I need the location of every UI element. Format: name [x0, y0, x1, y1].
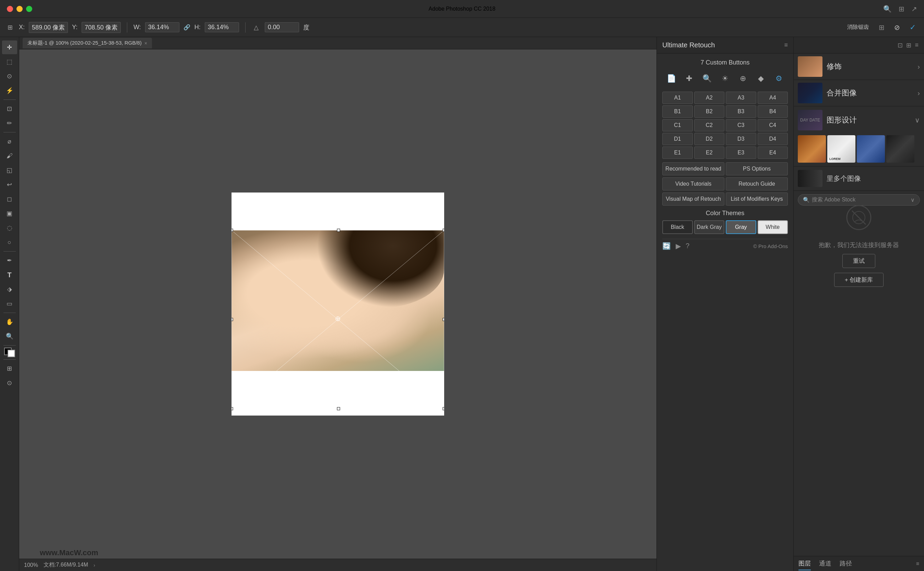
quick-mask-btn[interactable]: ⊙: [2, 376, 17, 390]
rp-grid-icon[interactable]: ⊞: [906, 42, 911, 49]
maximize-button[interactable]: [26, 6, 32, 12]
grid-btn-D2[interactable]: D2: [694, 133, 725, 145]
grid-btn-B4[interactable]: B4: [758, 105, 788, 118]
sun-icon-btn[interactable]: ☀: [716, 71, 734, 86]
dodge-tool[interactable]: ○: [2, 235, 17, 249]
blur-tool[interactable]: ◌: [2, 221, 17, 235]
clone-stamp-tool[interactable]: ◱: [2, 164, 17, 177]
grid-btn-E3[interactable]: E3: [726, 147, 756, 159]
grid-btn-B3[interactable]: B3: [726, 105, 756, 118]
video-tutorials-btn[interactable]: Video Tutorials: [662, 177, 724, 190]
lasso-tool[interactable]: ⊙: [2, 69, 17, 83]
type-tool[interactable]: T: [2, 268, 17, 282]
crop-tool[interactable]: ⊡: [2, 102, 17, 116]
black-theme-btn[interactable]: Black: [662, 220, 693, 234]
cancel-icon[interactable]: ⊘: [892, 22, 903, 33]
grid-btn-E1[interactable]: E1: [662, 147, 693, 159]
zoom-tool[interactable]: 🔍: [2, 329, 17, 343]
quick-select-tool[interactable]: ⚡: [2, 84, 17, 97]
pen-tool[interactable]: ✒: [2, 253, 17, 267]
stock-retry-button[interactable]: 重试: [842, 254, 875, 268]
brush-tool[interactable]: 🖌: [2, 149, 17, 163]
gallery-thumb-3[interactable]: [857, 135, 885, 163]
healing-brush-tool[interactable]: ⌀: [2, 134, 17, 148]
rp-list-icon[interactable]: ≡: [915, 42, 918, 49]
gray-theme-btn[interactable]: Gray: [726, 220, 756, 234]
tab-channels[interactable]: 通道: [819, 557, 832, 570]
minimize-button[interactable]: [17, 6, 23, 12]
retouch-card[interactable]: 修饰 ›: [794, 54, 924, 80]
hand-tool[interactable]: ✋: [2, 315, 17, 329]
retouch-guide-btn[interactable]: Retouch Guide: [726, 177, 788, 190]
status-arrow[interactable]: ›: [94, 562, 95, 568]
canvas-image[interactable]: [231, 230, 444, 371]
canvas-wrapper[interactable]: [19, 49, 656, 559]
document-icon-btn[interactable]: 📄: [662, 71, 680, 86]
color-swatch[interactable]: [4, 347, 15, 357]
gallery-thumb-2[interactable]: LOREM: [827, 135, 855, 163]
grid-btn-E4[interactable]: E4: [758, 147, 788, 159]
shape-tool[interactable]: ▭: [2, 297, 17, 310]
grid-btn-C3[interactable]: C3: [726, 119, 756, 131]
angle-value[interactable]: 0.00: [265, 22, 299, 32]
gallery-thumb-1[interactable]: [798, 135, 826, 163]
target-icon-btn[interactable]: ⊕: [734, 71, 752, 86]
canvas-tab[interactable]: 未标题-1 @ 100% (2020-02-25_15-38-53, RGB/8…: [23, 38, 152, 48]
play-icon[interactable]: ▶: [676, 242, 681, 250]
search-titlebar-icon[interactable]: 🔍: [883, 5, 892, 13]
cancel-retouch-btn[interactable]: 消除锯齿: [844, 22, 872, 32]
tab-paths[interactable]: 路径: [839, 557, 852, 570]
tab-layers[interactable]: 图层: [798, 557, 811, 570]
history-brush-tool[interactable]: ↩: [2, 178, 17, 191]
graphic-design-expand[interactable]: ∨: [915, 116, 920, 124]
tab-close-button[interactable]: ×: [145, 40, 147, 46]
recommended-btn[interactable]: Recommended to read: [662, 162, 724, 175]
rp-layout-icon[interactable]: ⊡: [898, 42, 903, 49]
grid-btn-A2[interactable]: A2: [694, 92, 725, 104]
ps-options-btn[interactable]: PS Options: [726, 162, 788, 175]
grid-btn-B1[interactable]: B1: [662, 105, 693, 118]
h-value[interactable]: 36.14%: [205, 22, 239, 32]
move-tool[interactable]: ✛: [2, 40, 17, 54]
confirm-icon[interactable]: ✓: [907, 22, 918, 33]
grid-btn-C2[interactable]: C2: [694, 119, 725, 131]
layout-icon[interactable]: ⊞: [899, 5, 904, 13]
eraser-tool[interactable]: ◻: [2, 192, 17, 206]
grid-btn-B2[interactable]: B2: [694, 105, 725, 118]
plus-icon-btn[interactable]: ✚: [680, 71, 698, 86]
more-images-item[interactable]: 里多个图像: [794, 167, 924, 191]
grid-btn-D3[interactable]: D3: [726, 133, 756, 145]
diamond-icon-btn[interactable]: ◆: [752, 71, 770, 86]
layers-menu-icon[interactable]: ≡: [916, 561, 919, 567]
interpolation-icon[interactable]: ⊞: [876, 22, 887, 33]
grid-btn-C1[interactable]: C1: [662, 119, 693, 131]
grid-btn-E2[interactable]: E2: [694, 147, 725, 159]
grid-btn-D4[interactable]: D4: [758, 133, 788, 145]
grid-btn-D1[interactable]: D1: [662, 133, 693, 145]
white-theme-btn[interactable]: White: [758, 220, 788, 234]
merge-image-card[interactable]: 合并图像 ›: [794, 80, 924, 106]
plugin-menu-icon[interactable]: ≡: [784, 42, 788, 49]
gradient-tool[interactable]: ▣: [2, 207, 17, 220]
modifiers-keys-btn[interactable]: List of Modifiers Keys: [726, 193, 788, 205]
grid-btn-C4[interactable]: C4: [758, 119, 788, 131]
gear-icon-btn[interactable]: ⚙: [770, 71, 788, 86]
link-aspect-icon[interactable]: 🔗: [183, 24, 190, 31]
stock-create-button[interactable]: + 创建新库: [834, 273, 884, 287]
visual-map-btn[interactable]: Visual Map of Retouch: [662, 193, 724, 205]
path-selection-tool[interactable]: ⬗: [2, 282, 17, 296]
grid-btn-A4[interactable]: A4: [758, 92, 788, 104]
grid-btn-A3[interactable]: A3: [726, 92, 756, 104]
x-value[interactable]: 589.00 像素: [29, 22, 68, 33]
close-button[interactable]: [7, 6, 13, 12]
grid-btn-A1[interactable]: A1: [662, 92, 693, 104]
stock-expand-icon[interactable]: ∨: [911, 197, 915, 203]
y-value[interactable]: 708.50 像素: [82, 22, 121, 33]
screen-mode-btn[interactable]: ⊞: [2, 362, 17, 375]
graphic-design-header[interactable]: DAY DATE 图形设计 ∨: [794, 106, 924, 134]
marquee-tool[interactable]: ⬚: [2, 55, 17, 69]
w-value[interactable]: 36.14%: [145, 22, 179, 32]
eyedropper-tool[interactable]: ✏: [2, 116, 17, 130]
transform-icon[interactable]: ⊞: [6, 22, 15, 32]
refresh-icon[interactable]: 🔄: [662, 242, 671, 250]
